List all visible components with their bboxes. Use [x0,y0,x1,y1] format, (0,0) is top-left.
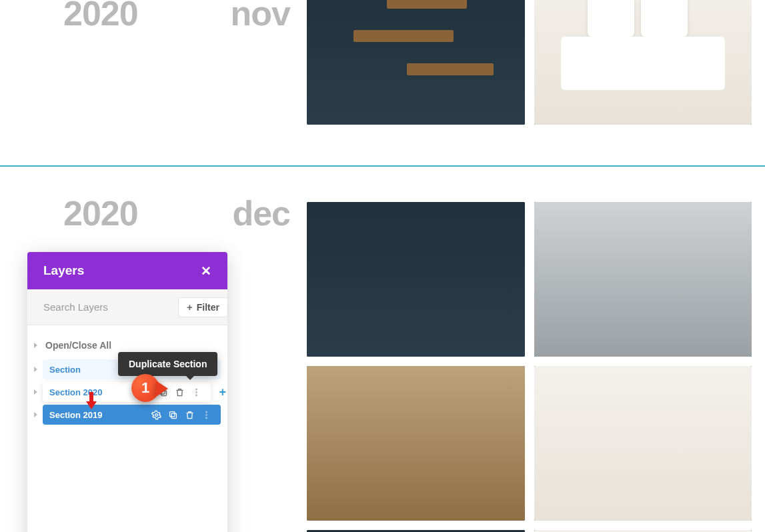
tooltip-duplicate-section: Duplicate Section [118,352,217,376]
layer-actions [151,410,214,420]
svg-point-10 [206,414,207,415]
svg-point-6 [155,413,158,416]
svg-point-11 [206,417,207,418]
svg-point-9 [206,411,207,413]
plus-icon: + [187,302,193,312]
gallery-image[interactable] [307,202,525,357]
filter-button[interactable]: + Filter [178,297,228,317]
archive-header: 2020 nov [63,0,290,33]
svg-rect-8 [170,411,175,417]
layers-panel: Layers ✕ + Filter Open/Close All Section… [27,252,227,532]
layer-pill[interactable]: Section 2020 [43,382,211,402]
filter-label: Filter [197,302,219,313]
gallery-image[interactable] [307,366,525,521]
svg-point-0 [145,391,148,393]
settings-icon[interactable] [141,387,151,397]
gallery-image[interactable] [534,0,752,125]
archive-year: 2020 [63,193,138,233]
caret-icon [34,389,37,395]
archive-header: 2020 dec [63,193,290,233]
add-section-button[interactable]: + [219,385,226,399]
archive-section-nov: 2020 nov [0,0,765,165]
svg-point-3 [196,389,197,390]
gallery-dec [307,202,752,532]
caret-icon [34,343,37,348]
archive-month: dec [232,193,290,233]
layers-search-row: + Filter [27,289,227,325]
svg-rect-1 [161,391,167,396]
duplicate-icon[interactable] [168,410,178,420]
gallery-image[interactable] [307,0,525,125]
gallery-image[interactable] [534,202,752,357]
layers-panel-header: Layers ✕ [27,252,227,289]
svg-rect-2 [160,389,165,394]
open-close-all-label: Open/Close All [45,340,111,351]
layers-panel-title: Layers [43,263,84,278]
more-icon[interactable] [191,387,201,397]
delete-icon[interactable] [175,387,185,397]
gallery-image[interactable] [534,366,752,521]
more-icon[interactable] [201,410,211,420]
gallery-nov [307,0,752,125]
layer-item-selected[interactable]: Section 2019 [27,404,227,425]
layer-pill[interactable]: Section 2019 [43,405,221,425]
caret-icon [34,367,37,372]
archive-month: nov [231,0,290,33]
duplicate-icon[interactable] [158,387,168,397]
svg-point-5 [196,394,197,395]
close-icon[interactable]: ✕ [201,263,211,279]
section-divider [0,165,765,167]
search-input[interactable] [35,296,178,318]
svg-point-4 [196,391,197,393]
settings-icon[interactable] [151,410,161,420]
layer-label: Section [49,365,81,375]
layer-label: Section 2020 [49,387,103,397]
layer-item-active[interactable]: Section 2020 + [27,381,227,403]
caret-icon [34,412,37,417]
layer-label: Section 2019 [49,410,103,420]
delete-icon[interactable] [185,410,195,420]
archive-year: 2020 [63,0,138,33]
layer-actions [141,387,204,397]
svg-rect-7 [171,413,177,419]
